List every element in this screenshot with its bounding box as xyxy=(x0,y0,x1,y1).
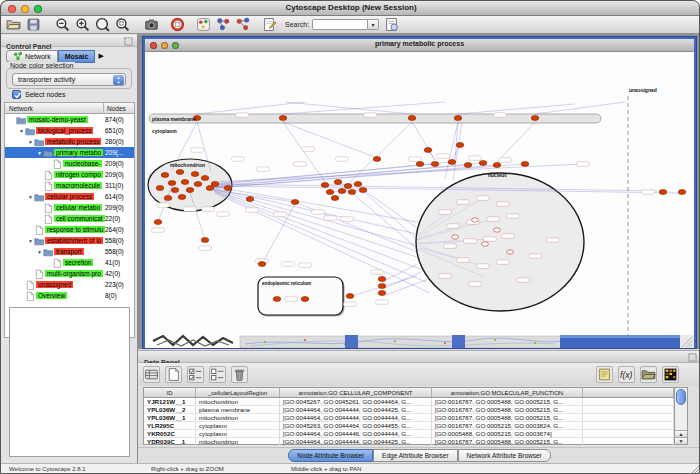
tree-row-unassigned[interactable]: unassigned223(0) xyxy=(5,279,134,290)
attribute-table-icon[interactable] xyxy=(143,366,160,383)
network-node[interactable] xyxy=(331,196,339,201)
network-node[interactable] xyxy=(424,148,432,153)
table-row[interactable]: YPL036W__1mitochondrion[GO:0044464, GO:0… xyxy=(144,414,674,422)
table-scrollbar[interactable]: ▲ ▼ xyxy=(675,387,688,445)
tree-row-response-to-stimulu[interactable]: response to stimulu264(0) xyxy=(5,224,134,235)
tree-row-nitrogen-compo[interactable]: nitrogen compo209(0) xyxy=(5,169,134,180)
search-input[interactable] xyxy=(312,19,368,30)
network-node[interactable] xyxy=(279,116,287,121)
table-row[interactable]: YDR039C__1mitochondrion[GO:0044464, GO:0… xyxy=(144,438,674,446)
tree-expand-icon[interactable]: ▼ xyxy=(18,128,25,134)
frame-titlebar[interactable]: primary metabolic process xyxy=(145,39,694,52)
network-node[interactable] xyxy=(479,161,487,166)
tree-expand-icon[interactable]: ▼ xyxy=(27,194,34,200)
window-titlebar[interactable]: Cytoscape Desktop (New Session) xyxy=(1,1,700,16)
network-node[interactable] xyxy=(493,163,501,168)
column-header-annotation.GO MOLECULAR_FUNCTION[interactable]: annotation.GO MOLECULAR_FUNCTION xyxy=(432,388,583,397)
network-node[interactable] xyxy=(482,242,489,246)
network-node[interactable] xyxy=(472,218,479,222)
network-node[interactable] xyxy=(224,186,232,191)
network-node[interactable] xyxy=(454,116,462,121)
network-node[interactable] xyxy=(338,189,346,194)
tree-row-establishment-of-lo[interactable]: ▼establishment of lo558(0) xyxy=(5,235,134,246)
network-node[interactable] xyxy=(531,116,539,121)
network-node[interactable] xyxy=(273,297,281,302)
filter-icon[interactable] xyxy=(384,17,399,32)
column-header-annotation.GO CELLULAR_COMPONENT[interactable]: annotation.GO CELLULAR_COMPONENT xyxy=(280,388,432,397)
tab-edge-attribute-browser[interactable]: Edge Attribute Browser xyxy=(373,449,457,462)
new-attribute-icon[interactable] xyxy=(165,366,182,383)
network-node[interactable] xyxy=(181,180,189,185)
scrollbar-thumb[interactable] xyxy=(676,389,686,405)
tree-row-secretion[interactable]: secretion41(0) xyxy=(5,257,134,268)
tab-overflow-arrow[interactable]: ▶ xyxy=(98,52,103,60)
network-node[interactable] xyxy=(431,162,439,167)
network-node[interactable] xyxy=(201,176,209,181)
network-node[interactable] xyxy=(186,188,194,193)
tree-row-cellular-process[interactable]: ▼cellular process614(0) xyxy=(5,191,134,202)
network-node[interactable] xyxy=(246,197,254,202)
tree-row-metabolic-process[interactable]: ▼metabolic process280(0) xyxy=(5,136,134,147)
table-row[interactable]: YPL036W__2plasma membrane[GO:0044464, GO… xyxy=(144,406,674,414)
scroll-up-icon[interactable]: ▲ xyxy=(675,430,687,437)
tree-row-overview[interactable]: Overview8(0) xyxy=(5,290,134,301)
dropdown-stepper-icon[interactable]: ▲▼ xyxy=(113,75,124,85)
network-node[interactable] xyxy=(301,297,309,302)
network-node[interactable] xyxy=(359,188,367,193)
layout-nodes-icon[interactable] xyxy=(216,17,231,32)
network-node[interactable] xyxy=(448,160,456,165)
table-row[interactable]: YKR052Ccytoplasm[GO:0044464, GO:0044446,… xyxy=(144,430,674,438)
notes-icon[interactable] xyxy=(596,366,613,383)
network-node[interactable] xyxy=(164,196,172,201)
network-node[interactable] xyxy=(659,190,667,195)
snapshot-icon[interactable] xyxy=(144,17,159,32)
network-node[interactable] xyxy=(452,235,459,239)
vizmapper-icon[interactable] xyxy=(196,17,211,32)
tree-expand-icon[interactable]: ▼ xyxy=(27,238,34,244)
tab-network-attribute-browser[interactable]: Network Attribute Browser xyxy=(458,449,551,462)
network-node[interactable] xyxy=(194,182,202,187)
network-tree-header[interactable]: Network Nodes xyxy=(4,102,135,114)
network-canvas[interactable]: plasma membranecytoplasmmitochondrionnuc… xyxy=(145,52,694,348)
birds-eye-view-panel[interactable] xyxy=(9,307,130,457)
select-attributes-icon[interactable] xyxy=(187,366,204,383)
zoom-out-icon[interactable] xyxy=(55,17,70,32)
node-color-dropdown[interactable]: transporter activity ▲▼ xyxy=(12,73,126,86)
network-node[interactable] xyxy=(373,157,381,162)
table-row[interactable]: YJR121W__1mitochondrion[GO:0045267, GO:0… xyxy=(144,398,674,406)
tree-row-transport[interactable]: ▼transport558(0) xyxy=(5,246,134,257)
network-node[interactable] xyxy=(161,173,169,178)
network-node[interactable] xyxy=(191,172,199,177)
network-node[interactable] xyxy=(678,190,686,195)
table-row[interactable]: YLR295Ccytoplasm[GO:0045263, GO:0044464,… xyxy=(144,422,674,430)
network-node[interactable] xyxy=(408,116,416,121)
column-header-ID[interactable]: ID xyxy=(144,388,196,397)
tree-row-macromolecule[interactable]: macromolecule311(0) xyxy=(5,180,134,191)
attribute-table-header[interactable]: ID_cellularLayoutRegionannotation.GO CEL… xyxy=(144,388,674,398)
network-node[interactable] xyxy=(521,162,529,167)
network-node[interactable] xyxy=(171,188,179,193)
scroll-down-icon[interactable]: ▼ xyxy=(675,437,687,444)
network-node[interactable] xyxy=(326,190,334,195)
network-node[interactable] xyxy=(378,284,386,289)
tree-row-nucleobase-[interactable]: nucleobase-209(0) xyxy=(5,158,134,169)
attribute-table[interactable]: ID_cellularLayoutRegionannotation.GO CEL… xyxy=(143,387,675,445)
tree-row-primary-metabo[interactable]: ▼primary metabo209(... xyxy=(5,147,134,158)
annotation-icon[interactable] xyxy=(262,17,277,32)
network-node[interactable] xyxy=(211,182,219,187)
network-node[interactable] xyxy=(416,162,424,167)
save-icon[interactable] xyxy=(26,17,41,32)
import-table-icon[interactable] xyxy=(640,366,657,383)
select-nodes-checkbox[interactable] xyxy=(12,90,21,99)
network-node[interactable] xyxy=(378,291,386,296)
tree-row-biological-process[interactable]: ▼biological_process651(0) xyxy=(5,125,134,136)
open-file-icon[interactable] xyxy=(6,17,21,32)
heatmap-icon[interactable] xyxy=(662,366,679,383)
tree-row-cell-communicat[interactable]: cell communicat22(0) xyxy=(5,213,134,224)
tree-expand-icon[interactable]: ▼ xyxy=(36,249,43,255)
network-node[interactable] xyxy=(168,181,176,186)
network-node[interactable] xyxy=(464,163,472,168)
network-node[interactable] xyxy=(156,186,164,191)
unselect-attributes-icon[interactable] xyxy=(209,366,226,383)
network-node[interactable] xyxy=(344,184,352,189)
